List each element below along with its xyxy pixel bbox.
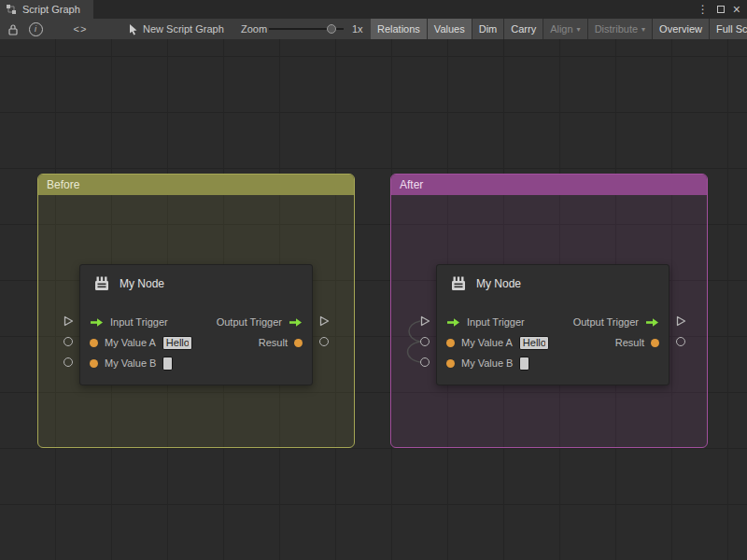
zoom-slider[interactable] (269, 19, 345, 39)
node-my-node-before[interactable]: My Node Input Trigger Output Trigger My … (79, 264, 313, 385)
distribute-label: Distribute (595, 23, 638, 35)
value-a-dot-icon[interactable] (90, 339, 98, 347)
result-dot-icon[interactable] (651, 339, 659, 347)
info-icon[interactable]: i (26, 19, 45, 39)
values-label: Values (434, 23, 465, 35)
flow-input-port[interactable] (419, 315, 430, 327)
values-button[interactable]: Values (428, 19, 472, 39)
relations-label: Relations (377, 23, 420, 35)
value-a-label: My Value A (461, 337, 513, 348)
carry-label: Carry (511, 23, 536, 35)
graph-toolbar: i <> New Script Graph Zoom 1x Relations … (0, 19, 747, 40)
flow-out-icon[interactable] (289, 317, 303, 328)
node-header[interactable]: My Node (449, 274, 521, 293)
value-b-dot-icon[interactable] (446, 359, 455, 368)
result-label: Result (259, 337, 288, 348)
script-graph-window: Script Graph ⋮ × i <> New Script Graph Z… (0, 0, 747, 560)
flow-output-port[interactable] (318, 315, 330, 327)
toolbar-buttons: Relations Values Dim Carry Align▾ Distri… (371, 19, 747, 39)
value-b-label: My Value B (461, 357, 513, 369)
chevron-down-icon: ▾ (577, 25, 581, 34)
group-after-title: After (400, 178, 423, 191)
flow-in-icon[interactable] (90, 317, 104, 328)
node-header[interactable]: My Node (92, 274, 164, 293)
align-button[interactable]: Align▾ (543, 19, 587, 39)
carry-button[interactable]: Carry (504, 19, 543, 39)
input-trigger-row: Input Trigger (446, 315, 525, 329)
node-title: My Node (476, 277, 521, 290)
distribute-button[interactable]: Distribute▾ (588, 19, 653, 39)
input-trigger-label: Input Trigger (110, 316, 168, 328)
lock-icon[interactable] (4, 19, 22, 39)
value-a-label: My Value A (105, 337, 156, 348)
close-icon[interactable]: × (733, 3, 740, 16)
maximize-icon[interactable] (717, 6, 725, 13)
fullscreen-button[interactable]: Full Scr (710, 19, 747, 39)
value-b-input[interactable] (519, 357, 529, 371)
dim-label: Dim (479, 23, 498, 35)
graph-canvas[interactable]: Before After (0, 39, 747, 560)
output-trigger-row: Output Trigger (573, 315, 659, 329)
node-my-node-after[interactable]: My Node Input Trigger Output Trigger My … (436, 264, 669, 385)
result-port[interactable] (319, 337, 329, 346)
zoom-label: Zoom (241, 19, 267, 39)
code-view-icon[interactable]: <> (69, 19, 92, 39)
tab-title: Script Graph (22, 4, 80, 15)
input-trigger-label: Input Trigger (467, 316, 525, 328)
group-before-title: Before (47, 178, 79, 191)
value-a-row: My Value A (90, 335, 192, 350)
flow-in-icon[interactable] (446, 317, 460, 328)
script-graph-icon (6, 4, 17, 15)
value-a-port[interactable] (63, 337, 73, 346)
graph-pointer-icon (125, 19, 140, 39)
value-a-input[interactable] (162, 336, 192, 350)
result-port[interactable] (676, 337, 685, 346)
input-trigger-row: Input Trigger (90, 315, 168, 329)
value-b-label: My Value B (105, 357, 156, 369)
node-icon (449, 274, 468, 293)
value-b-row: My Value B (446, 356, 529, 371)
flow-out-icon[interactable] (645, 317, 659, 328)
zoom-value: 1x (352, 19, 363, 39)
group-after-header[interactable]: After (391, 175, 707, 195)
result-row: Result (615, 335, 659, 350)
node-icon (92, 274, 111, 293)
overview-label: Overview (659, 23, 702, 35)
value-a-port[interactable] (420, 337, 430, 346)
output-trigger-label: Output Trigger (217, 316, 282, 328)
window-controls: ⋮ × (698, 0, 747, 19)
align-label: Align (550, 23, 572, 35)
value-a-input[interactable] (519, 336, 549, 350)
value-b-port[interactable] (420, 357, 430, 367)
tab-script-graph[interactable]: Script Graph (0, 0, 93, 19)
fullscreen-label: Full Scr (716, 23, 747, 35)
value-b-port[interactable] (63, 357, 73, 367)
flow-output-port[interactable] (675, 315, 686, 327)
result-dot-icon[interactable] (294, 339, 303, 347)
overview-button[interactable]: Overview (653, 19, 710, 39)
dim-button[interactable]: Dim (472, 19, 505, 39)
value-a-row: My Value A (446, 335, 549, 350)
value-b-dot-icon[interactable] (90, 359, 98, 368)
result-label: Result (615, 337, 644, 348)
flow-input-port[interactable] (63, 315, 74, 327)
value-b-input[interactable] (162, 357, 173, 371)
graph-name[interactable]: New Script Graph (143, 19, 224, 39)
group-before-header[interactable]: Before (38, 175, 354, 195)
chevron-down-icon: ▾ (641, 25, 645, 34)
node-title: My Node (120, 277, 164, 290)
output-trigger-row: Output Trigger (217, 315, 303, 329)
tab-bar: Script Graph ⋮ × (0, 0, 747, 19)
result-row: Result (259, 335, 303, 350)
value-b-row: My Value B (90, 356, 173, 371)
kebab-menu-icon[interactable]: ⋮ (698, 4, 709, 15)
zoom-slider-handle[interactable] (327, 24, 336, 34)
relations-button[interactable]: Relations (371, 19, 428, 39)
value-a-dot-icon[interactable] (446, 339, 455, 347)
output-trigger-label: Output Trigger (573, 316, 639, 328)
